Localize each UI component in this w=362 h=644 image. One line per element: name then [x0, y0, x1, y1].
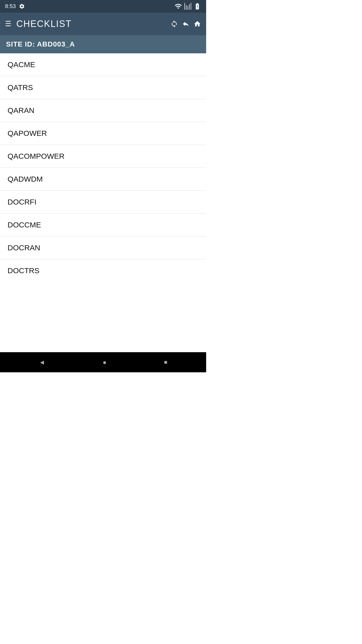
checklist-item[interactable]: QADWDM [0, 168, 206, 191]
wifi-icon [174, 3, 182, 10]
home-icon[interactable] [194, 20, 201, 28]
checklist-item[interactable]: QACME [0, 53, 206, 76]
status-right [174, 3, 201, 10]
checklist-item[interactable]: DOCTRS [0, 259, 206, 282]
site-banner: SITE ID: ABD003_A [0, 35, 206, 53]
checklist-item[interactable]: QAPOWER [0, 122, 206, 145]
app-title: CHECKLIST [16, 19, 170, 29]
checklist-item[interactable]: QACOMPOWER [0, 145, 206, 168]
checklist-item[interactable]: QARAN [0, 99, 206, 122]
nav-back-icon[interactable]: ◄ [39, 358, 45, 366]
status-left: 8:53 [5, 3, 25, 10]
checklist-item[interactable]: QATRS [0, 76, 206, 99]
toolbar-icons [170, 20, 201, 28]
settings-icon [19, 3, 25, 9]
status-bar: 8:53 [0, 0, 206, 13]
checklist-item[interactable]: DOCCME [0, 214, 206, 236]
battery-icon [194, 3, 201, 10]
status-time: 8:53 [5, 3, 16, 10]
nav-recent-icon[interactable]: ■ [164, 359, 167, 366]
site-id-label: SITE ID: ABD003_A [6, 40, 75, 48]
checklist-item[interactable]: DOCRFI [0, 191, 206, 214]
checklist-item[interactable]: DOCRAN [0, 236, 206, 259]
nav-bar: ◄ ● ■ [0, 352, 206, 372]
refresh-icon[interactable] [170, 20, 178, 28]
nav-home-icon[interactable]: ● [103, 358, 107, 366]
checklist-items: QACMEQATRSQARANQAPOWERQACOMPOWERQADWDMDO… [0, 53, 206, 352]
back-icon[interactable] [182, 20, 190, 28]
signal-icon [184, 3, 192, 10]
hamburger-menu-icon[interactable]: ☰ [5, 20, 11, 27]
app-bar: ☰ CHECKLIST [0, 13, 206, 35]
